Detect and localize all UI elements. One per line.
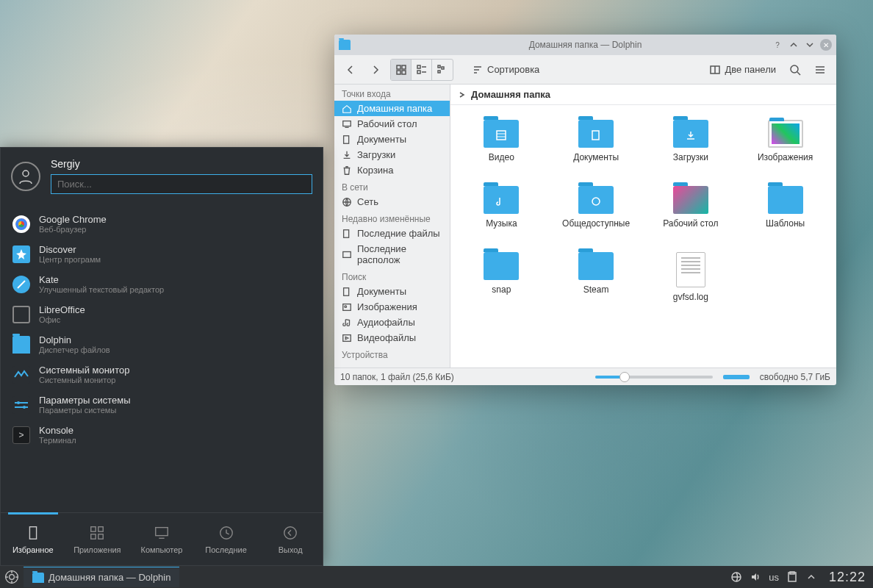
place-documents[interactable]: Документы [334,132,450,147]
places-section-search: Поиск [334,268,450,284]
file-label: Рабочий стол [663,218,718,229]
app-name: LibreOffice [39,304,85,315]
username-label: Sergiy [51,158,312,170]
taskbar: Домашняя папка — Dolphin us 12:22 [0,566,873,588]
task-title: Домашняя папка — Dolphin [48,572,170,583]
folder-item[interactable]: Изображения [741,117,829,165]
app-libre[interactable]: LibreOfficeОфис [1,299,323,329]
folder-item[interactable]: Общедоступные [553,183,640,232]
split-view-button[interactable]: Две панели [705,64,780,75]
sort-button[interactable]: Сортировка [468,64,544,75]
svg-rect-34 [592,131,599,140]
svg-rect-10 [438,71,440,73]
tab-applications[interactable]: Приложения [65,513,130,565]
app-konsole[interactable]: >KonsoleТерминал [1,420,323,450]
svg-rect-3 [402,71,406,74]
status-freespace: свободно 5,7 ГиБ [760,372,830,382]
app-desc: Системный монитор [39,376,129,384]
tab-computer[interactable]: Компьютер [129,513,194,565]
back-button[interactable] [340,60,361,80]
application-launcher-button[interactable] [3,568,21,586]
place-trash[interactable]: Корзина [334,162,450,178]
file-label: snap [492,284,511,295]
folder-item[interactable]: Музыка [458,183,545,232]
tab-favorites[interactable]: Избранное [1,513,65,565]
place-recent-locations[interactable]: Последние располож [334,241,450,268]
text-file-icon [676,252,705,287]
places-panel: Точки входа Домашняя папка Рабочий стол … [334,85,450,368]
folder-item[interactable]: Шаблоны [741,183,829,232]
compact-view-button[interactable] [412,60,432,80]
place-search-documents[interactable]: Документы [334,284,450,299]
tab-recent[interactable]: Последние [194,513,259,565]
place-search-video[interactable]: Видеофайлы [334,330,450,345]
clipboard-icon[interactable] [786,571,798,583]
search-button[interactable] [785,60,805,80]
app-sysmon[interactable]: Системный мониторСистемный монитор [1,359,323,390]
clock[interactable]: 12:22 [824,570,870,585]
network-icon[interactable] [730,571,742,583]
icons-view-button[interactable] [391,60,412,80]
app-settings[interactable]: Параметры системыПараметры системы [1,390,323,420]
file-label: Видео [489,152,514,162]
close-button[interactable]: ✕ [820,39,832,51]
file-label: Изображения [758,152,813,162]
app-name: Kate [39,274,164,285]
folder-item[interactable]: Документы [553,117,640,165]
folder-item[interactable]: Загрузки [647,117,735,165]
user-avatar[interactable] [11,162,40,191]
folder-item[interactable]: Видео [458,117,545,165]
svg-rect-25 [344,229,349,237]
statusbar: 10 папок, 1 файл (25,6 КиБ) свободно 5,7… [334,368,836,385]
tray-expand-icon[interactable] [805,571,817,583]
help-button[interactable]: ? [772,39,783,51]
breadcrumb[interactable]: Домашняя папка [450,85,836,105]
svg-rect-9 [442,67,444,69]
svg-point-51 [10,575,15,580]
folder-icon [673,186,708,214]
svg-rect-46 [156,527,168,535]
app-discover[interactable]: DiscoverЦентр программ [1,239,323,269]
folder-item[interactable]: Рабочий стол [647,183,735,232]
sysmon-icon [12,366,30,384]
dolphin-icon [12,336,30,354]
breadcrumb-home[interactable]: Домашняя папка [471,89,550,100]
folder-item[interactable]: snap [458,249,545,305]
place-search-audio[interactable]: Аудиофайлы [334,315,450,330]
app-desc: Терминал [39,436,76,445]
file-item[interactable]: gvfsd.log [647,249,735,305]
toolbar: Сортировка Две панели [334,55,836,85]
window-titlebar[interactable]: Домашняя папка — Dolphin ? ✕ [334,35,836,55]
start-menu-header: Sergiy [1,148,323,204]
app-name: Google Chrome [39,214,107,225]
svg-rect-21 [343,121,351,126]
place-recent-files[interactable]: Последние файлы [334,226,450,241]
svg-rect-4 [417,65,420,68]
place-home[interactable]: Домашняя папка [334,101,450,116]
app-chrome[interactable]: Google ChromeВеб-браузер [1,209,323,239]
details-view-button[interactable] [432,60,453,80]
places-section-recent: Недавно изменённые [334,209,450,226]
start-menu: Sergiy Google ChromeВеб-браузерDiscoverЦ… [0,147,323,566]
file-label: Загрузки [673,152,708,162]
hamburger-menu-button[interactable] [810,60,830,80]
folder-icon [768,186,803,214]
volume-icon[interactable] [750,571,761,583]
minimize-button[interactable] [788,39,800,51]
place-network[interactable]: Сеть [334,194,450,209]
zoom-slider[interactable] [595,376,713,379]
app-dolphin[interactable]: DolphinДиспетчер файлов [1,329,323,359]
taskbar-task-dolphin[interactable]: Домашняя папка — Dolphin [24,567,179,587]
svg-point-29 [345,305,347,307]
folder-item[interactable]: Steam [553,249,640,305]
app-kate[interactable]: KateУлучшенный текстовый редактор [1,269,323,299]
place-search-images[interactable]: Изображения [334,299,450,315]
place-desktop[interactable]: Рабочий стол [334,116,450,132]
folder-icon [578,186,614,214]
forward-button[interactable] [365,60,386,80]
maximize-button[interactable] [804,39,816,51]
keyboard-layout-indicator[interactable]: us [769,572,779,583]
tab-leave[interactable]: Выход [258,513,323,565]
place-downloads[interactable]: Загрузки [334,147,450,162]
search-input[interactable] [51,174,312,194]
